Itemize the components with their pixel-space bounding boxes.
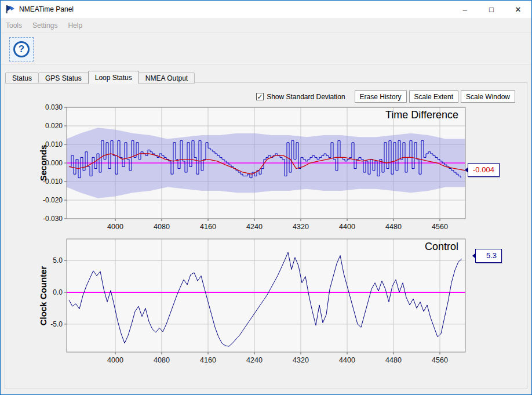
callout-pointer-icon [472,253,476,259]
tab-gps-status-label: GPS Status [45,74,82,82]
erase-history-button[interactable]: Erase History [355,90,407,103]
svg-text:4080: 4080 [154,356,170,364]
svg-text:0.020: 0.020 [45,122,63,130]
scale-extent-button[interactable]: Scale Extent [409,90,458,103]
menubar: Tools Settings Help [1,18,531,32]
window-title: NMEATime Panel [19,5,74,13]
svg-text:4480: 4480 [385,223,402,231]
svg-text:0.0: 0.0 [53,288,63,296]
control-chart: Clock Counter 40004080416042404320440044… [37,235,521,370]
time-difference-title: Time Difference [67,109,461,121]
time-difference-chart: Seconds 40004080416042404320440044804560… [37,104,521,238]
control-plot: 400040804160424043204400448045605.00.0-5… [37,235,477,368]
scale-window-button[interactable]: Scale Window [461,90,515,103]
tab-status[interactable]: Status [5,73,39,84]
svg-text:0.010: 0.010 [45,140,63,148]
maximize-icon[interactable]: □ [478,1,505,18]
svg-text:-0.020: -0.020 [43,196,63,204]
minimize-icon[interactable]: – [451,1,478,18]
svg-text:4560: 4560 [432,356,448,364]
menu-item-settings[interactable]: Settings [27,21,63,30]
svg-text:4400: 4400 [339,356,355,364]
tab-gps-status[interactable]: GPS Status [38,73,89,84]
svg-text:4320: 4320 [293,356,309,364]
tab-status-label: Status [12,74,32,82]
menu-item-tools[interactable]: Tools [1,21,27,30]
callout-pointer-icon [465,167,468,173]
show-standard-deviation-label: Show Standard Deviation [267,93,345,101]
svg-text:-0.010: -0.010 [43,177,63,186]
control-value: 5.3 [486,251,497,260]
svg-text:4160: 4160 [200,356,216,364]
time-difference-plot: 400040804160424043204400448045600.0300.0… [37,104,477,235]
time-difference-value-badge: -0.004 [468,163,500,177]
help-button[interactable]: ? [9,37,34,61]
control-value-badge: 5.3 [475,249,502,263]
control-title: Control [67,241,461,253]
show-standard-deviation-checkbox[interactable]: ✓ [256,93,264,100]
chart-controls-row: ✓ Show Standard Deviation Erase History … [256,90,515,103]
close-icon[interactable]: ✕ [505,1,531,18]
toolbar: ? [1,32,531,64]
svg-text:-5.0: -5.0 [50,320,63,328]
svg-text:0.030: 0.030 [45,104,63,111]
svg-text:4240: 4240 [246,223,263,231]
menu-item-help[interactable]: Help [63,21,88,30]
svg-text:4160: 4160 [200,223,216,231]
tab-nmea-output-label: NMEA Output [145,74,188,82]
svg-text:4320: 4320 [293,223,309,231]
app-icon [6,5,15,14]
question-mark-icon: ? [13,41,30,57]
svg-text:-0.030: -0.030 [43,215,63,223]
svg-text:4400: 4400 [339,223,355,231]
tab-loop-status[interactable]: Loop Status [88,71,139,84]
svg-text:4560: 4560 [432,223,448,231]
tab-nmea-output[interactable]: NMEA Output [139,73,195,84]
svg-text:5.0: 5.0 [53,256,63,264]
app-window: NMEATime Panel – □ ✕ Tools Settings Help… [0,0,532,395]
svg-text:0.000: 0.000 [45,159,63,167]
loop-status-panel: ✓ Show Standard Deviation Erase History … [5,82,527,389]
svg-text:4080: 4080 [154,223,170,231]
tab-loop-status-label: Loop Status [95,74,132,82]
titlebar: NMEATime Panel – □ ✕ [1,1,531,18]
svg-text:4480: 4480 [385,356,402,364]
window-controls: – □ ✕ [451,1,531,18]
svg-text:4240: 4240 [246,356,263,364]
svg-text:4000: 4000 [107,223,123,231]
svg-text:4000: 4000 [107,356,123,364]
tab-strip: Status GPS Status Loop Status NMEA Outpu… [5,71,194,84]
time-difference-value: -0.004 [473,165,494,174]
